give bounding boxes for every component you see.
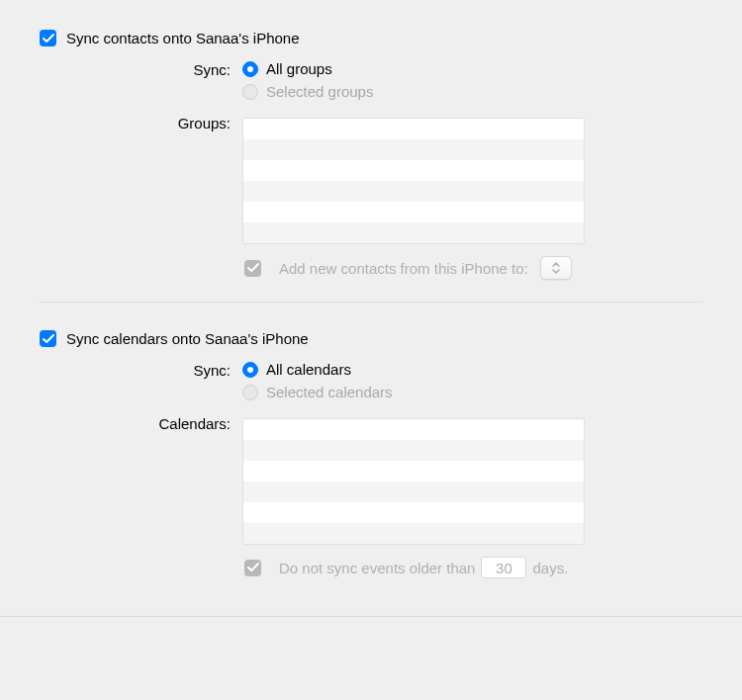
calendars-radio-all-line: All calendars	[242, 361, 702, 378]
contacts-footer-row: Add new contacts from this iPhone to:	[40, 256, 702, 280]
calendars-older-than-checkbox[interactable]	[244, 560, 261, 576]
contacts-target-group-dropdown[interactable]	[540, 256, 572, 280]
section-divider	[40, 302, 702, 303]
contacts-footer-text: Add new contacts from this iPhone to:	[279, 260, 528, 277]
contacts-groups-listbox[interactable]	[242, 118, 585, 244]
calendars-list-label: Calendars:	[40, 414, 242, 432]
calendars-sync-row: Sync: All calendars Selected calendars	[40, 361, 702, 406]
calendars-footer-text-after: days.	[532, 560, 568, 576]
contacts-radio-all[interactable]	[242, 61, 258, 77]
sync-contacts-checkbox[interactable]	[40, 30, 56, 46]
calendars-radio-all-label: All calendars	[266, 361, 351, 378]
calendars-header-row: Sync calendars onto Sanaa's iPhone	[40, 330, 702, 347]
contacts-header-label: Sync contacts onto Sanaa's iPhone	[66, 30, 300, 46]
calendars-days-input[interactable]: 30	[481, 557, 526, 578]
contacts-radio-selected-line: Selected groups	[242, 83, 702, 100]
calendars-radio-selected[interactable]	[242, 385, 258, 400]
calendars-radio-selected-label: Selected calendars	[266, 384, 393, 400]
calendars-sync-label: Sync:	[40, 361, 242, 379]
contacts-groups-row: Groups:	[40, 114, 702, 244]
contacts-section: Sync contacts onto Sanaa's iPhone Sync: …	[40, 30, 702, 280]
calendars-radio-all[interactable]	[242, 362, 258, 378]
contacts-header-row: Sync contacts onto Sanaa's iPhone	[40, 30, 702, 46]
contacts-sync-label: Sync:	[40, 60, 242, 78]
calendars-radio-selected-line: Selected calendars	[242, 384, 702, 400]
calendars-list-row: Calendars:	[40, 414, 702, 545]
calendars-header-label: Sync calendars onto Sanaa's iPhone	[66, 330, 309, 347]
contacts-radio-all-line: All groups	[242, 60, 702, 77]
contacts-radio-selected[interactable]	[242, 84, 258, 100]
calendars-section: Sync calendars onto Sanaa's iPhone Sync:…	[40, 330, 702, 578]
contacts-radio-all-label: All groups	[266, 60, 332, 77]
calendars-listbox[interactable]	[242, 418, 585, 545]
contacts-add-new-checkbox[interactable]	[244, 260, 261, 277]
calendars-footer-text-before: Do not sync events older than	[279, 560, 475, 576]
sync-calendars-checkbox[interactable]	[40, 330, 56, 347]
bottom-divider	[0, 616, 742, 617]
calendars-footer-row: Do not sync events older than 30 days.	[40, 557, 702, 578]
contacts-sync-row: Sync: All groups Selected groups	[40, 60, 702, 106]
contacts-groups-label: Groups:	[40, 114, 242, 131]
contacts-radio-selected-label: Selected groups	[266, 83, 373, 100]
